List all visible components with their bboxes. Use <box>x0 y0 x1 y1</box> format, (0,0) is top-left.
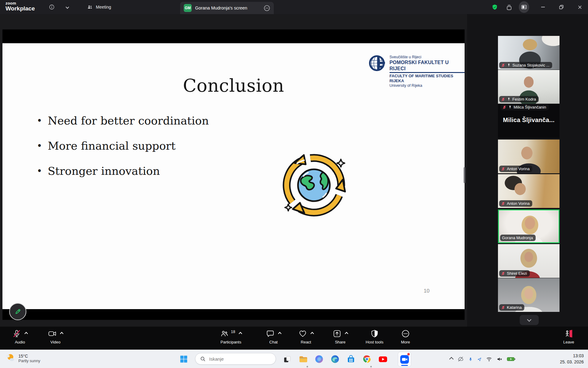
close-button[interactable] <box>575 0 585 14</box>
restore-icon <box>559 5 564 10</box>
task-view-button[interactable] <box>282 354 293 365</box>
zoom-taskbar-button[interactable] <box>398 352 411 367</box>
logo-divider <box>390 72 465 73</box>
audio-label: Audio <box>13 340 28 344</box>
chat-button[interactable]: Chat <box>266 329 281 344</box>
muted-mic-icon <box>501 305 505 310</box>
task-view-icon <box>283 355 292 364</box>
participant-name: Suzana Stojakovic ... <box>512 63 549 67</box>
muted-mic-icon <box>13 329 21 338</box>
annotate-button[interactable] <box>9 303 26 320</box>
zoom-window: zoom Workplace Meeting GM Gorana Mudronj… <box>0 0 588 368</box>
minimize-icon <box>541 5 545 10</box>
participant-nameplate: Milica Šljivančanin <box>500 104 549 110</box>
youtube-icon <box>378 355 388 364</box>
video-tile-shiret[interactable]: Shiret Elezi <box>498 244 560 278</box>
muted-mic-icon <box>501 167 505 171</box>
location-arrow-icon <box>477 357 482 362</box>
chrome-button[interactable] <box>361 354 372 365</box>
react-button[interactable]: React <box>299 329 314 344</box>
participant-name: Festim Kodra <box>512 97 536 102</box>
participants-options-chevron[interactable] <box>239 332 242 335</box>
taskbar-clock[interactable]: 13:03 25. 03. 2026 <box>560 353 584 365</box>
participant-nameplate: Katarina <box>499 304 524 311</box>
search-input[interactable] <box>209 356 268 362</box>
participant-name: Gorana Mudronja <box>502 236 533 240</box>
speaker-muted-icon <box>496 356 503 362</box>
meeting-info-button[interactable] <box>47 0 57 14</box>
running-app-dot <box>370 366 372 367</box>
microsoft-store-button[interactable] <box>345 354 356 365</box>
leave-button[interactable]: Leave <box>563 329 574 344</box>
share-to-device-button[interactable] <box>504 0 514 14</box>
restore-button[interactable] <box>556 0 567 14</box>
logo-line-2: POMORSKI FAKULTET U RIJECI <box>390 59 465 71</box>
share-options-chevron[interactable] <box>345 332 348 335</box>
share-button[interactable]: Share <box>333 329 348 344</box>
clock-date: 25. 03. 2026 <box>560 359 584 365</box>
copilot-button[interactable] <box>314 354 325 365</box>
more-ellipsis-icon <box>401 329 410 338</box>
more-button[interactable]: More <box>401 329 410 344</box>
tray-overflow-button[interactable] <box>448 350 455 368</box>
location-in-use-indicator[interactable] <box>475 350 484 368</box>
bullet-text: Need for better coordination <box>48 114 209 128</box>
taskbar-weather-widget[interactable]: 15°C Partly sunny <box>4 352 40 364</box>
participant-name: Milica Šljivančanin <box>514 105 546 109</box>
share-label: Share <box>333 340 348 344</box>
notification-dot <box>407 353 410 355</box>
chat-bubble-icon <box>266 329 275 338</box>
onedrive-paused-button[interactable] <box>455 350 466 368</box>
video-tile-anton-2[interactable]: Anton Vorina <box>498 174 560 208</box>
participant-nameplate: Gorana Mudronja <box>500 235 536 241</box>
bullet-text: More financial support <box>48 139 176 153</box>
audio-button[interactable]: Audio <box>13 329 28 344</box>
edge-icon <box>330 355 340 364</box>
slide-title: Conclusion <box>2 75 465 96</box>
file-explorer-button[interactable] <box>298 354 309 365</box>
video-button[interactable]: Video <box>48 329 63 344</box>
react-options-chevron[interactable] <box>311 332 314 335</box>
slide-bullet-list: • Need for better coordination • More fi… <box>37 114 209 189</box>
edge-button[interactable] <box>330 354 341 365</box>
taskbar-search[interactable] <box>195 353 276 365</box>
tab-shared-screen-label: Gorana Mudronja's screen <box>195 6 260 10</box>
system-tray <box>448 350 518 368</box>
mic-in-use-indicator[interactable] <box>466 350 475 368</box>
audio-options-chevron[interactable] <box>24 332 28 335</box>
battery-button[interactable] <box>505 350 518 368</box>
video-tile-suzana[interactable]: Suzana Stojakovic ... <box>498 36 560 70</box>
participant-nameplate: Suzana Stojakovic ... <box>499 62 552 68</box>
video-options-chevron[interactable] <box>60 332 63 335</box>
chat-options-chevron[interactable] <box>278 332 281 335</box>
windows-start-button[interactable] <box>178 354 189 365</box>
youtube-button[interactable] <box>377 354 388 365</box>
titlebar-dropdown-button[interactable] <box>62 0 73 14</box>
security-shield-button[interactable] <box>489 0 500 14</box>
video-tile-anton-1[interactable]: Anton Vorina <box>498 140 560 173</box>
camera-off-display-name: Milica Šljivanča... <box>498 117 560 124</box>
host-tools-button[interactable]: Host tools <box>366 329 383 344</box>
minimize-button[interactable] <box>538 0 548 14</box>
volume-muted-button[interactable] <box>494 350 505 368</box>
info-icon <box>49 4 55 10</box>
tab-shared-screen[interactable]: GM Gorana Mudronja's screen <box>180 2 274 14</box>
video-tile-katarina[interactable]: Katarina <box>498 278 560 312</box>
video-tile-festim[interactable]: Festim Kodra <box>498 70 560 104</box>
more-participants-button[interactable] <box>520 315 539 325</box>
host-tools-label: Host tools <box>366 340 383 344</box>
participants-button[interactable]: 18 Participants <box>220 329 242 344</box>
view-layout-icon <box>519 1 529 13</box>
battery-charging-icon <box>507 357 515 362</box>
wifi-button[interactable] <box>484 350 494 368</box>
share-screen-icon <box>333 329 341 338</box>
share-scrollbar-thumb[interactable] <box>464 167 465 183</box>
video-tile-gorana-active-speaker[interactable]: Gorana Mudronja <box>498 209 560 243</box>
view-layout-button[interactable] <box>519 0 529 14</box>
participant-nameplate: Anton Vorina <box>499 200 532 207</box>
tab-meeting[interactable]: Meeting <box>82 0 116 14</box>
tab-options-icon[interactable] <box>264 5 270 11</box>
video-tile-milica[interactable]: Milica Šljivanča... Milica Šljivančanin <box>498 104 560 138</box>
participants-count-badge: 18 <box>231 330 235 334</box>
screen-share-view: Sveučilište u Rijeci POMORSKI FAKULTET U… <box>0 14 467 327</box>
